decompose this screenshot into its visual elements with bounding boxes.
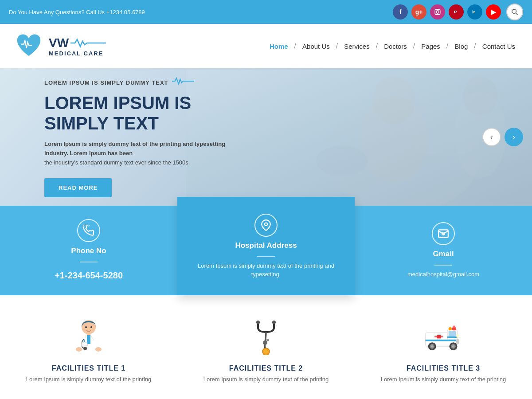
svg-point-56 (452, 345, 454, 348)
svg-text:in: in (472, 10, 475, 14)
phone-divider (80, 262, 98, 262)
svg-point-11 (372, 77, 415, 124)
top-bar: Do You Have Any Questions? Call Us +1234… (0, 0, 532, 24)
svg-point-53 (431, 345, 433, 348)
heartbeat-icon (172, 77, 194, 88)
instagram-link[interactable] (430, 4, 445, 20)
hero-image (186, 68, 532, 206)
phone-icon (77, 219, 100, 242)
read-more-button[interactable]: READ MORE (44, 178, 112, 197)
address-title: Hospital Address (235, 241, 297, 250)
svg-rect-50 (426, 340, 458, 341)
svg-point-34 (256, 321, 260, 324)
svg-point-15 (265, 223, 268, 226)
email-divider (434, 265, 452, 266)
nav-contact[interactable]: Contact Us (479, 41, 519, 52)
logo-subtitle: MEDICAL CARE (49, 50, 106, 57)
facility-2-title: FACILITIES TITLE 2 (186, 364, 346, 372)
facility-2-image (246, 317, 286, 357)
logo-vw: VW (49, 36, 69, 50)
svg-point-14 (463, 77, 497, 116)
svg-point-8 (325, 100, 480, 206)
hero-prev-button[interactable]: ‹ (482, 128, 501, 146)
address-card: Hospital Address Lorem Ipsum is simply d… (177, 197, 355, 295)
header: VW MEDICAL CARE Home / About Us / Servic… (0, 24, 532, 68)
google-plus-link[interactable]: g+ (411, 4, 426, 20)
hero-navigation: ‹ › (482, 128, 523, 146)
svg-point-35 (272, 321, 276, 324)
facility-1-image (69, 317, 109, 357)
svg-point-37 (264, 349, 268, 354)
svg-line-6 (516, 13, 518, 15)
svg-rect-57 (456, 339, 459, 344)
svg-point-19 (90, 326, 92, 328)
facility-1: FACILITIES TITLE 1 Lorem Ipsum is simply… (0, 317, 177, 383)
address-value: Lorem Ipsum is simply dummy text of the … (186, 262, 346, 279)
main-nav: Home / About Us / Services / Doctors / P… (266, 41, 519, 52)
facilities-section: FACILITIES TITLE 1 Lorem Ipsum is simply… (0, 295, 532, 399)
phone-card: Phone No +1-234-654-5280 (0, 206, 177, 295)
location-icon (254, 214, 278, 237)
facility-1-title: FACILITIES TITLE 1 (9, 364, 168, 372)
svg-rect-49 (447, 336, 458, 338)
svg-point-59 (449, 327, 452, 330)
svg-point-25 (83, 347, 87, 350)
nav-home[interactable]: Home (266, 41, 292, 52)
hero-content: LOREM IPSUM IS SIMPLY DUMMY TEXT LOREM I… (0, 77, 231, 197)
nav-doctors[interactable]: Doctors (380, 41, 411, 52)
svg-point-39 (266, 339, 269, 341)
svg-point-5 (512, 9, 516, 13)
logo-icon (13, 31, 44, 62)
contact-text: Do You Have Any Questions? Call Us +1234… (9, 9, 145, 16)
youtube-link[interactable]: ▶ (486, 4, 501, 20)
nav-about[interactable]: About Us (299, 41, 333, 52)
gmail-title: Gmail (433, 250, 454, 258)
hero-title: LOREM IPSUM IS SIMPLY TEXT (44, 93, 231, 133)
email-value: medicalhospital@gmail.com (407, 270, 479, 279)
hero-subtitle: LOREM IPSUM IS SIMPLY DUMMY TEXT (44, 77, 231, 88)
svg-rect-7 (186, 70, 532, 204)
svg-point-10 (359, 96, 428, 182)
svg-point-1 (436, 11, 439, 13)
svg-rect-0 (435, 9, 440, 15)
facility-1-desc: Lorem Ipsum is simply dummy text of the … (9, 376, 168, 383)
phone-value: +1-234-654-5280 (55, 269, 123, 282)
hero-description: Lorem Ipsum is simply dummy text of the … (44, 140, 231, 167)
facebook-link[interactable]: f (393, 4, 408, 20)
nav-blog[interactable]: Blog (451, 41, 471, 52)
svg-rect-28 (76, 336, 82, 348)
svg-point-31 (95, 347, 102, 352)
logo-text: VW MEDICAL CARE (49, 36, 106, 57)
email-icon (432, 222, 455, 245)
svg-point-12 (316, 146, 368, 176)
svg-rect-46 (434, 336, 443, 337)
nav-pages[interactable]: Pages (418, 41, 444, 52)
linkedin-link[interactable]: in (467, 4, 482, 20)
svg-rect-58 (457, 334, 459, 337)
svg-point-30 (76, 347, 82, 352)
hero-next-button[interactable]: › (505, 128, 523, 146)
facility-2-desc: Lorem Ipsum is simply dummy text of the … (186, 376, 346, 383)
svg-rect-48 (453, 325, 455, 328)
info-section: Phone No +1-234-654-5280 Hospital Addres… (0, 206, 532, 295)
logo-pulse-icon (70, 38, 106, 48)
search-button[interactable] (506, 4, 523, 20)
svg-point-2 (438, 10, 439, 11)
phone-title: Phone No (71, 246, 106, 255)
email-card: Gmail medicalhospital@gmail.com (355, 206, 532, 295)
hero-section: LOREM IPSUM IS SIMPLY DUMMY TEXT LOREM I… (0, 68, 532, 206)
svg-point-18 (85, 326, 87, 328)
svg-point-9 (403, 87, 489, 156)
svg-point-38 (263, 340, 267, 345)
facility-2: FACILITIES TITLE 2 Lorem Ipsum is simply… (177, 317, 355, 383)
social-links: f g+ P in ▶ (393, 4, 523, 20)
facility-3: FACILITIES TITLE 3 Lorem Ipsum is simply… (355, 317, 532, 383)
facility-3-desc: Lorem Ipsum is simply dummy text of the … (364, 376, 523, 383)
address-divider (257, 256, 275, 257)
svg-rect-42 (449, 331, 456, 336)
nav-services[interactable]: Services (340, 41, 373, 52)
facility-3-title: FACILITIES TITLE 3 (364, 364, 523, 372)
logo[interactable]: VW MEDICAL CARE (13, 31, 106, 62)
svg-rect-29 (96, 336, 101, 348)
pinterest-link[interactable]: P (449, 4, 464, 20)
